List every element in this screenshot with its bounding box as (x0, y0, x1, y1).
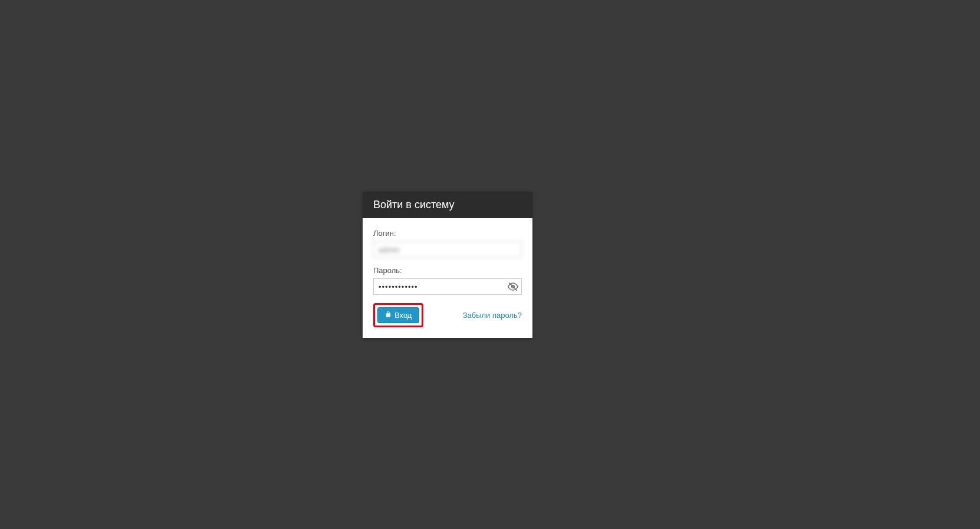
password-wrapper (373, 278, 522, 295)
password-label: Пароль: (373, 266, 522, 275)
login-panel-title: Войти в систему (363, 192, 532, 218)
lock-icon (385, 311, 392, 320)
login-button-label: Вход (394, 311, 412, 320)
login-button[interactable]: Вход (377, 307, 419, 323)
username-label: Логин: (373, 229, 522, 238)
login-footer: Вход Забыли пароль? (373, 303, 522, 327)
login-panel: Войти в систему Логин: Пароль: (363, 192, 532, 338)
eye-slash-icon[interactable] (508, 281, 518, 292)
username-input[interactable] (373, 241, 522, 258)
forgot-password-link[interactable]: Забыли пароль? (463, 311, 522, 320)
login-form: Логин: Пароль: (363, 218, 532, 338)
username-group: Логин: (373, 229, 522, 258)
password-input[interactable] (373, 278, 522, 295)
login-button-highlight: Вход (373, 303, 423, 327)
password-group: Пароль: (373, 266, 522, 295)
